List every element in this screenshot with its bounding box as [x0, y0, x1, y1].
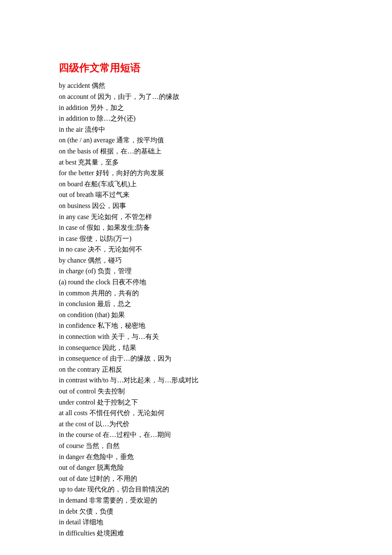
- phrase-chinese: 以…为代价: [94, 420, 130, 428]
- phrase-english: in demand: [59, 497, 87, 504]
- phrase-line: by accident 偶然: [59, 80, 333, 91]
- phrase-english: in consequence: [59, 344, 101, 351]
- phrase-chinese: 正相反: [100, 366, 122, 373]
- phrase-chinese: 现代化的，切合目前情况的: [86, 486, 169, 493]
- phrase-chinese: 由于…的缘故，因为: [108, 355, 171, 362]
- phrase-line: in demand 非常需要的，受欢迎的: [59, 495, 333, 506]
- phrase-line: in case of 假如，如果发生;防备: [59, 222, 333, 233]
- phrase-english: out of date: [59, 475, 88, 482]
- phrase-english: on account of: [59, 93, 96, 100]
- phrase-english: (a) round the clock: [59, 278, 110, 286]
- phrase-english: under control: [59, 399, 95, 406]
- phrase-line: out of breath 喘不过气来: [59, 189, 333, 200]
- phrase-chinese: 处境困难: [95, 529, 124, 537]
- phrase-english: in confidence: [59, 322, 96, 329]
- phrase-english: on the basis of: [59, 147, 98, 155]
- phrase-english: in no case: [59, 246, 86, 253]
- phrase-chinese: 欠债，负债: [78, 508, 113, 515]
- phrase-line: in contrast with/to 与…对比起来，与…形成对比: [59, 375, 333, 386]
- phrase-chinese: 根据，在…的基础上: [98, 147, 161, 155]
- phrase-english: in any case: [59, 213, 89, 220]
- document-title: 四级作文常用短语: [59, 60, 333, 76]
- phrase-chinese: 失去控制: [96, 387, 125, 395]
- phrase-line: in addition to 除…之外(还): [59, 113, 333, 124]
- phrase-english: in charge (of): [59, 267, 96, 275]
- phrase-line: on the basis of 根据，在…的基础上: [59, 146, 333, 157]
- phrase-line: in connection with 关于，与…有关: [59, 331, 333, 342]
- phrase-english: in common: [59, 289, 89, 297]
- phrase-line: on the contrary 正相反: [59, 364, 333, 375]
- phrase-list: by accident 偶然on account of 因为，由于，为了…的缘故…: [59, 80, 333, 538]
- phrase-chinese: 除…之外(还): [95, 115, 135, 122]
- phrase-english: on condition (that): [59, 311, 110, 318]
- phrase-chinese: 因此，结果: [101, 344, 136, 351]
- phrase-line: on account of 因为，由于，为了…的缘故: [59, 91, 333, 102]
- phrase-line: in common 共用的，共有的: [59, 288, 333, 299]
- phrase-english: in debt: [59, 508, 78, 515]
- phrase-chinese: 假如，如果发生;防备: [85, 224, 150, 231]
- phrase-chinese: 详细地: [81, 518, 103, 526]
- phrase-chinese: 好转，向好的方向发展: [94, 169, 164, 176]
- phrase-line: in difficulties 处境困难: [59, 528, 333, 539]
- phrase-english: for the better: [59, 169, 94, 176]
- phrase-english: in danger: [59, 453, 84, 460]
- phrase-chinese: 不惜任何代价，无论如何: [88, 409, 164, 416]
- phrase-english: out of danger: [59, 464, 95, 471]
- phrase-chinese: 脱离危险: [95, 464, 124, 471]
- phrase-chinese: 无论如何，不管怎样: [89, 213, 152, 220]
- phrase-english: in contrast with/to: [59, 376, 108, 384]
- phrase-line: at the cost of 以…为代价: [59, 419, 333, 430]
- phrase-line: up to date 现代化的，切合目前情况的: [59, 484, 333, 495]
- phrase-line: at all costs 不惜任何代价，无论如何: [59, 408, 333, 419]
- phrase-chinese: 与…对比起来，与…形成对比: [108, 376, 199, 384]
- phrase-chinese: 非常需要的，受欢迎的: [87, 497, 157, 504]
- phrase-english: at all costs: [59, 409, 88, 416]
- phrase-english: in conclusion: [59, 300, 95, 307]
- phrase-chinese: 另外，加之: [88, 104, 124, 111]
- phrase-english: in consequence of: [59, 355, 108, 362]
- phrase-english: by chance: [59, 257, 86, 264]
- phrase-line: on condition (that) 如果: [59, 309, 333, 321]
- phrase-line: in the air 流传中: [59, 124, 333, 135]
- phrase-english: out of control: [59, 387, 96, 395]
- phrase-line: in charge (of) 负责，管理: [59, 266, 333, 277]
- phrase-line: in detail 详细地: [59, 517, 333, 528]
- phrase-line: (a) round the clock 日夜不停地: [59, 277, 333, 288]
- phrase-line: in danger 在危险中，垂危: [59, 451, 333, 462]
- phrase-chinese: 关于，与…有关: [110, 333, 159, 340]
- phrase-chinese: 充其量，至多: [76, 159, 119, 166]
- phrase-chinese: 因为，由于，为了…的缘故: [96, 93, 179, 100]
- phrase-chinese: 共用的，共有的: [89, 289, 139, 297]
- phrase-english: on (the / an) average: [59, 136, 115, 144]
- phrase-line: out of date 过时的，不用的: [59, 473, 333, 484]
- phrase-chinese: 处于控制之下: [95, 399, 138, 406]
- phrase-english: in detail: [59, 518, 81, 526]
- phrase-line: in confidence 私下地，秘密地: [59, 320, 333, 331]
- phrase-line: in addition 另外，加之: [59, 102, 333, 113]
- phrase-chinese: 偶然: [90, 82, 105, 89]
- phrase-chinese: 决不，无论如何不: [86, 246, 142, 253]
- phrase-line: at best 充其量，至多: [59, 157, 333, 168]
- phrase-line: on business 因公，因事: [59, 200, 333, 211]
- phrase-line: in debt 欠债，负债: [59, 506, 333, 517]
- phrase-line: out of danger 脱离危险: [59, 462, 333, 473]
- phrase-line: in any case 无论如何，不管怎样: [59, 211, 333, 223]
- phrase-chinese: 喘不过气来: [94, 191, 130, 198]
- phrase-line: in consequence 因此，结果: [59, 342, 333, 353]
- phrase-chinese: 在…过程中，在…期间: [101, 431, 171, 438]
- phrase-english: on the contrary: [59, 366, 100, 373]
- phrase-line: on (the / an) average 通常，按平均值: [59, 135, 333, 146]
- phrase-english: in addition to: [59, 115, 95, 122]
- phrase-chinese: 偶然，碰巧: [86, 257, 122, 264]
- phrase-english: in the air: [59, 126, 83, 133]
- phrase-english: in connection with: [59, 333, 110, 340]
- phrase-line: of course 当然，自然: [59, 440, 333, 451]
- phrase-line: in no case 决不，无论如何不: [59, 244, 333, 255]
- phrase-english: in case of: [59, 224, 85, 231]
- phrase-line: for the better 好转，向好的方向发展: [59, 168, 333, 179]
- phrase-english: by accident: [59, 82, 90, 89]
- phrase-english: at best: [59, 159, 76, 166]
- phrase-line: in consequence of 由于…的缘故，因为: [59, 353, 333, 364]
- phrase-chinese: 日夜不停地: [110, 278, 146, 286]
- phrase-line: by chance 偶然，碰巧: [59, 255, 333, 266]
